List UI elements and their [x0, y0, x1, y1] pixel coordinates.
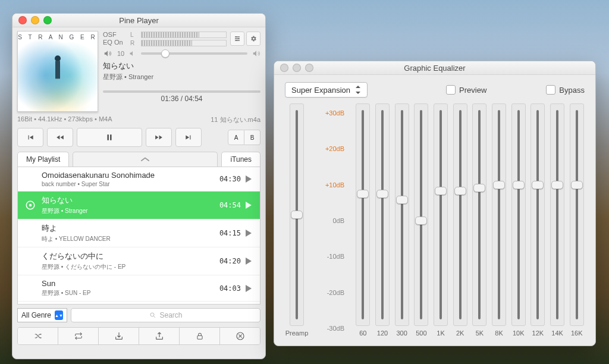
svg-point-4	[29, 204, 32, 207]
playlist-item-subtitle: back number • Super Star	[42, 181, 215, 187]
playlist-item[interactable]: Omoidasenakunaru Sonohimadeback number •…	[18, 167, 260, 192]
osf-settings-button[interactable]	[230, 32, 244, 46]
play-icon[interactable]	[246, 285, 254, 292]
svg-point-5	[150, 313, 154, 316]
eq-band-fader[interactable]	[472, 103, 486, 326]
eq-band-label: 1K	[437, 330, 444, 338]
playlist-item-title: くだらないの中に	[42, 251, 215, 262]
progress-slider[interactable]	[103, 90, 260, 93]
playlist-item[interactable]: 知らない星野源 • Stranger04:54	[18, 192, 260, 219]
eq-band-fader[interactable]	[492, 103, 506, 326]
playlist-item-subtitle: 時よ • YELLOW DANCER	[42, 235, 215, 243]
lock-button[interactable]	[180, 328, 220, 344]
player-titlebar[interactable]: Pine Player	[12, 14, 265, 27]
search-input[interactable]: Search	[71, 308, 260, 322]
eq-band-label: 12K	[532, 330, 544, 338]
ab-a-button[interactable]: A	[228, 130, 244, 145]
volume-max-icon	[252, 49, 260, 58]
now-playing-icon	[24, 200, 37, 211]
ab-loop-group[interactable]: A B	[228, 130, 260, 145]
eq-band-label: 14K	[551, 330, 563, 338]
window-minimize-button[interactable]	[293, 64, 301, 72]
eq-band-fader[interactable]	[356, 103, 370, 326]
eq-band-fader[interactable]	[511, 103, 526, 326]
eq-window-title: Graphic Equalizer	[274, 64, 595, 73]
eq-titlebar[interactable]: Graphic Equalizer	[274, 61, 595, 75]
window-zoom-button[interactable]	[43, 16, 52, 24]
eq-db-scale: +30dB+20dB+10dB0dB-10dB-20dB-30dB	[317, 103, 347, 338]
tab-itunes[interactable]: iTunes	[221, 152, 260, 167]
chevron-updown-icon	[355, 86, 361, 94]
playlist-item-subtitle: 星野源 • Stranger	[42, 207, 215, 215]
eq-band-label: 10K	[513, 330, 525, 338]
album-art[interactable]: S T R A N G E R	[17, 31, 98, 112]
tab-my-playlist[interactable]: My Playlist	[17, 152, 69, 167]
eq-preamp-label: Preamp	[285, 330, 309, 338]
now-playing-subtitle: 星野源 • Stranger	[103, 73, 260, 81]
eq-band-label: 2K	[456, 330, 464, 338]
eq-preview-checkbox[interactable]: Preview	[446, 85, 486, 95]
eq-band-fader[interactable]	[570, 103, 584, 326]
playlist-item-duration: 04:20	[219, 257, 241, 265]
playlist-item[interactable]: くだらないの中に星野源 • くだらないの中に - EP04:20	[18, 247, 260, 275]
eq-band-fader[interactable]	[375, 103, 390, 326]
playlist-item[interactable]: 時よ時よ • YELLOW DANCER04:15	[18, 219, 260, 247]
shuffle-button[interactable]	[18, 328, 58, 344]
playlist-item-title: Omoidasenakunaru Sonohimade	[42, 171, 215, 180]
prev-track-button[interactable]	[17, 128, 43, 147]
svg-rect-6	[197, 335, 202, 339]
eq-band-label: 300	[397, 330, 407, 338]
playlist[interactable]: Omoidasenakunaru Sonohimadeback number •…	[17, 167, 260, 305]
clear-button[interactable]	[220, 328, 260, 344]
window-close-button[interactable]	[280, 64, 288, 72]
equalizer-window: Graphic Equalizer Super Expansion Previe…	[274, 61, 596, 346]
svg-point-2	[236, 40, 237, 41]
eq-bands: 601203005001K2K5K8K10K12K14K16K	[355, 103, 585, 338]
import-button[interactable]	[99, 328, 139, 344]
export-button[interactable]	[139, 328, 180, 344]
play-icon[interactable]	[246, 175, 254, 183]
genre-select[interactable]: All Genre ▲▼	[17, 308, 67, 322]
svg-point-0	[236, 36, 237, 37]
eq-db-mark: +10dB	[317, 181, 344, 189]
playlist-collapse-button[interactable]	[73, 152, 218, 167]
eq-band-fader[interactable]	[550, 103, 564, 326]
rewind-button[interactable]	[47, 128, 73, 147]
eq-band-fader[interactable]	[414, 103, 428, 326]
play-icon[interactable]	[246, 202, 254, 209]
window-close-button[interactable]	[18, 16, 27, 24]
eq-band-label: 500	[416, 330, 426, 338]
eq-band-fader[interactable]	[434, 103, 448, 326]
volume-icon	[103, 49, 112, 58]
eq-open-button[interactable]	[246, 32, 260, 46]
play-icon[interactable]	[246, 258, 254, 265]
player-window: Pine Player S T R A N G E R OSF EQ On L	[12, 13, 266, 359]
eq-preamp-fader[interactable]	[290, 103, 304, 326]
playlist-item-duration: 04:30	[219, 175, 241, 183]
window-zoom-button[interactable]	[305, 64, 313, 72]
eq-band-fader[interactable]	[530, 103, 545, 326]
volume-row: 10	[103, 49, 260, 58]
playlist-item[interactable]: Sun星野源 • SUN - EP04:03	[18, 275, 260, 302]
genre-select-label: All Genre	[21, 311, 51, 319]
eq-band-fader[interactable]	[453, 103, 467, 326]
current-filename: 11 知らない.m4a	[211, 115, 260, 124]
eq-db-mark: +20dB	[317, 145, 344, 152]
osf-label: OSF	[103, 31, 127, 39]
eq-db-mark: +30dB	[317, 109, 344, 117]
window-minimize-button[interactable]	[31, 16, 39, 24]
play-pause-button[interactable]	[77, 128, 142, 147]
eq-db-mark: -20dB	[317, 289, 344, 296]
repeat-button[interactable]	[58, 328, 99, 344]
eq-preset-select[interactable]: Super Expansion	[285, 82, 368, 98]
eq-bypass-checkbox[interactable]: Bypass	[546, 85, 585, 95]
eq-band-fader[interactable]	[395, 103, 409, 326]
forward-button[interactable]	[146, 128, 172, 147]
play-icon[interactable]	[246, 230, 254, 237]
album-art-title: S T R A N G E R	[18, 34, 98, 40]
volume-slider[interactable]	[141, 52, 247, 55]
ab-b-button[interactable]: B	[244, 130, 260, 145]
eq-db-mark: -30dB	[317, 325, 344, 332]
eq-band-label: 120	[377, 330, 388, 338]
next-track-button[interactable]	[175, 128, 202, 147]
